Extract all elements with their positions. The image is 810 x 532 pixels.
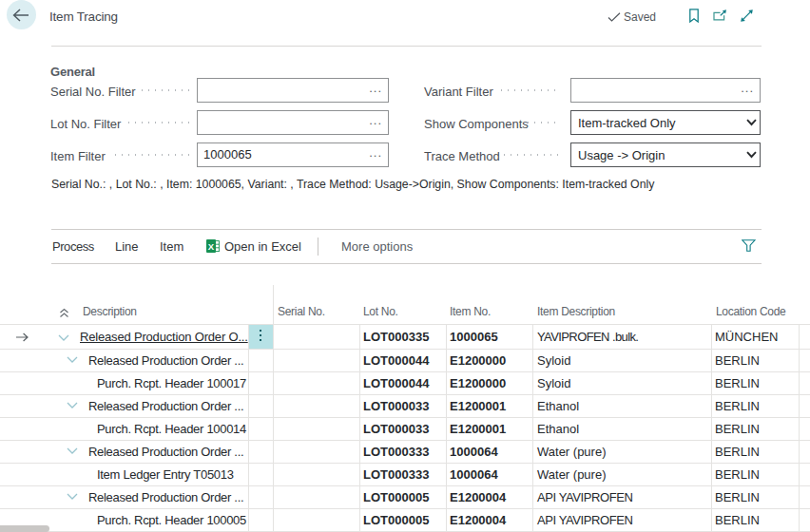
- svg-text:X: X: [208, 241, 215, 252]
